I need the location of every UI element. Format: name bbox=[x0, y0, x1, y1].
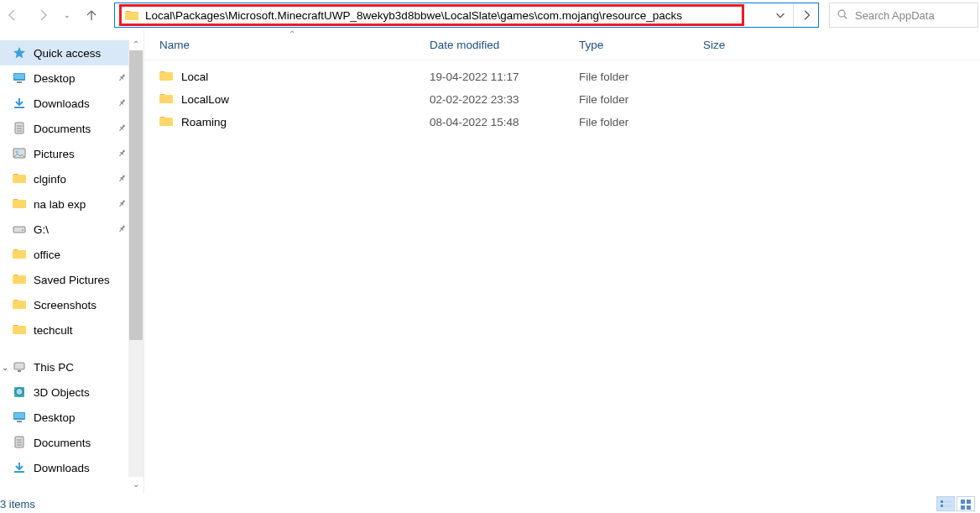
sidebar-item-label: clginfo bbox=[34, 173, 66, 186]
drive-icon bbox=[12, 222, 27, 236]
sidebar-item-label: Desktop bbox=[34, 411, 76, 424]
pin-icon bbox=[113, 121, 128, 137]
scroll-down-icon[interactable]: ⌄ bbox=[128, 477, 143, 490]
column-size[interactable]: Size bbox=[703, 39, 787, 51]
folder-icon bbox=[159, 92, 173, 107]
file-date: 08-04-2022 15:48 bbox=[430, 116, 579, 128]
status-item-count: 3 items bbox=[0, 498, 35, 510]
file-date: 02-02-2022 23:33 bbox=[430, 93, 579, 106]
sidebar-item-label: Screenshots bbox=[34, 299, 96, 311]
sidebar-item[interactable]: clginfo bbox=[0, 166, 129, 191]
sidebar-item-this-pc[interactable]: ⌄ This PC bbox=[0, 354, 129, 380]
file-name: LocalLow bbox=[181, 93, 229, 106]
file-date: 19-04-2022 11:17 bbox=[430, 71, 579, 83]
folder-icon bbox=[12, 197, 27, 211]
download-icon bbox=[12, 461, 27, 474]
sidebar-item[interactable]: techcult bbox=[0, 317, 129, 343]
column-name[interactable]: Name bbox=[159, 39, 430, 51]
sidebar-item-label: Desktop bbox=[34, 72, 76, 85]
column-type[interactable]: Type bbox=[579, 39, 703, 51]
sidebar-item[interactable]: Desktop bbox=[0, 405, 129, 430]
file-type: File folder bbox=[579, 116, 703, 128]
chevron-right-icon: ⌄ bbox=[2, 363, 8, 372]
main-area: Quick access DesktopDownloadsDocumentsPi… bbox=[0, 30, 980, 494]
search-icon bbox=[837, 8, 848, 23]
sidebar-item[interactable]: Documents bbox=[0, 116, 129, 141]
this-pc-group: ⌄ This PC 3D ObjectsDesktopDocumentsDown… bbox=[0, 354, 129, 480]
scrollbar-thumb[interactable] bbox=[129, 50, 143, 340]
file-list-pane: ⌃ Name Date modified Type Size Local19-0… bbox=[144, 30, 980, 494]
pc-icon bbox=[12, 360, 27, 374]
sidebar-item-label: techcult bbox=[34, 324, 73, 337]
search-input[interactable]: Search AppData bbox=[829, 3, 978, 28]
pin-icon bbox=[113, 71, 128, 86]
scroll-up-icon[interactable]: ⌃ bbox=[128, 37, 143, 50]
folder-icon bbox=[159, 70, 173, 84]
column-headers: ⌃ Name Date modified Type Size bbox=[144, 30, 980, 60]
sidebar-item-label: Pictures bbox=[34, 148, 75, 160]
sidebar-item-label: Downloads bbox=[34, 97, 90, 110]
sidebar-item[interactable]: Screenshots bbox=[0, 292, 129, 317]
sidebar-item-label: Downloads bbox=[34, 462, 90, 474]
address-dropdown-button[interactable] bbox=[768, 3, 793, 27]
table-row[interactable]: Local19-04-2022 11:17File folder bbox=[144, 65, 980, 88]
file-type: File folder bbox=[579, 93, 703, 106]
sidebar-item-label: 3D Objects bbox=[34, 386, 90, 399]
address-path[interactable]: Local\Packages\Microsoft.MinecraftUWP_8w… bbox=[145, 9, 768, 22]
pin-icon bbox=[113, 222, 128, 238]
sidebar-item[interactable]: Documents bbox=[0, 430, 129, 455]
table-row[interactable]: LocalLow02-02-2022 23:33File folder bbox=[144, 88, 980, 111]
forward-button[interactable] bbox=[30, 3, 55, 28]
column-date[interactable]: Date modified bbox=[430, 39, 579, 51]
sidebar-item-label: G:\ bbox=[34, 223, 49, 236]
sidebar-item[interactable]: Saved Pictures bbox=[0, 267, 129, 292]
folder-icon bbox=[159, 115, 173, 129]
folder-icon bbox=[12, 248, 27, 261]
sidebar-scrollbar[interactable]: ⌃ ⌄ bbox=[128, 37, 143, 490]
folder-icon bbox=[12, 298, 27, 311]
desktop-icon bbox=[12, 411, 27, 424]
file-name: Local bbox=[181, 71, 208, 83]
sidebar-item[interactable]: office bbox=[0, 242, 129, 267]
folder-icon bbox=[12, 273, 27, 286]
back-button[interactable] bbox=[0, 3, 25, 28]
sidebar-item[interactable]: Desktop bbox=[0, 65, 129, 91]
folder-icon bbox=[12, 172, 27, 186]
status-bar: 3 items bbox=[0, 495, 980, 513]
file-rows: Local19-04-2022 11:17File folderLocalLow… bbox=[144, 60, 980, 133]
pin-icon bbox=[113, 96, 128, 112]
sidebar-item-quick-access[interactable]: Quick access bbox=[0, 40, 129, 65]
sidebar-item[interactable]: Downloads bbox=[0, 91, 129, 116]
sidebar-item-label: office bbox=[34, 249, 60, 261]
pin-icon bbox=[113, 196, 128, 212]
address-bar[interactable]: Local\Packages\Microsoft.MinecraftUWP_8w… bbox=[114, 3, 819, 28]
toolbar: ⌄ Local\Packages\Microsoft.MinecraftUWP_… bbox=[0, 0, 980, 30]
doc-icon bbox=[12, 122, 27, 135]
go-button[interactable] bbox=[793, 3, 818, 27]
recent-locations-button[interactable]: ⌄ bbox=[60, 13, 74, 18]
sidebar-item[interactable]: na lab exp bbox=[0, 191, 129, 217]
view-details-button[interactable] bbox=[936, 496, 955, 511]
folder-icon bbox=[125, 9, 138, 21]
pin-icon bbox=[113, 146, 128, 162]
desktop-icon bbox=[12, 71, 27, 85]
search-placeholder: Search AppData bbox=[855, 9, 935, 22]
table-row[interactable]: Roaming08-04-2022 15:48File folder bbox=[144, 111, 980, 133]
sidebar-item[interactable]: 3D Objects bbox=[0, 380, 129, 405]
sidebar-item[interactable]: Pictures bbox=[0, 141, 129, 166]
sidebar-label: Quick access bbox=[34, 47, 101, 60]
3d-icon bbox=[12, 385, 27, 399]
scrollbar-track[interactable] bbox=[128, 50, 143, 477]
file-type: File folder bbox=[579, 71, 703, 83]
sidebar-item-label: Documents bbox=[34, 123, 91, 135]
sidebar-item[interactable]: Downloads bbox=[0, 455, 129, 480]
quick-access-group: Quick access DesktopDownloadsDocumentsPi… bbox=[0, 40, 129, 343]
sidebar-item[interactable]: G:\ bbox=[0, 217, 129, 242]
sidebar-item-label: Saved Pictures bbox=[34, 274, 110, 286]
sidebar-item-label: Documents bbox=[34, 437, 91, 449]
up-button[interactable] bbox=[79, 3, 104, 28]
view-icons-button[interactable] bbox=[957, 496, 975, 511]
star-icon bbox=[12, 46, 27, 60]
pic-icon bbox=[12, 147, 27, 160]
doc-icon bbox=[12, 436, 27, 449]
